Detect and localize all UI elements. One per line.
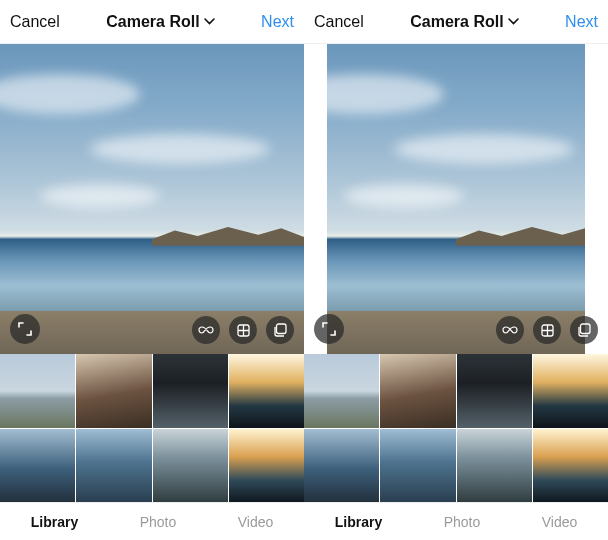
album-title: Camera Roll xyxy=(410,13,503,31)
bottom-tabs: Library Photo Video xyxy=(304,502,608,540)
crop-preview[interactable] xyxy=(0,44,304,354)
crop-preview[interactable] xyxy=(304,44,608,354)
thumbnail[interactable] xyxy=(153,429,228,503)
boomerang-button[interactable] xyxy=(496,316,524,344)
chevron-down-icon xyxy=(508,18,519,25)
thumbnail[interactable] xyxy=(0,354,75,428)
chevron-down-icon xyxy=(204,18,215,25)
cancel-button[interactable]: Cancel xyxy=(10,13,60,31)
thumbnail[interactable] xyxy=(76,354,151,428)
preview-overlay xyxy=(304,304,608,354)
next-button[interactable]: Next xyxy=(565,13,598,31)
thumbnail[interactable] xyxy=(457,354,532,428)
cancel-button[interactable]: Cancel xyxy=(314,13,364,31)
tab-photo[interactable]: Photo xyxy=(140,514,177,530)
picker-pane-left: Cancel Camera Roll Next xyxy=(0,0,304,540)
preview-overlay xyxy=(0,304,304,354)
picker-pane-right: Cancel Camera Roll Next xyxy=(304,0,608,540)
thumbnail-grid xyxy=(0,354,304,502)
thumbnail[interactable] xyxy=(0,429,75,503)
multi-select-button[interactable] xyxy=(266,316,294,344)
album-selector[interactable]: Camera Roll xyxy=(410,13,518,31)
thumbnail[interactable] xyxy=(229,429,304,503)
tab-photo[interactable]: Photo xyxy=(444,514,481,530)
thumbnail[interactable] xyxy=(533,354,608,428)
header-bar: Cancel Camera Roll Next xyxy=(0,0,304,44)
next-button[interactable]: Next xyxy=(261,13,294,31)
tab-library[interactable]: Library xyxy=(31,514,78,530)
thumbnail[interactable] xyxy=(304,354,379,428)
album-title: Camera Roll xyxy=(106,13,199,31)
header-bar: Cancel Camera Roll Next xyxy=(304,0,608,44)
svg-rect-3 xyxy=(581,324,591,334)
layout-button[interactable] xyxy=(229,316,257,344)
thumbnail-grid xyxy=(304,354,608,502)
thumbnail[interactable] xyxy=(76,429,151,503)
thumbnail[interactable] xyxy=(380,354,455,428)
thumbnail[interactable] xyxy=(229,354,304,428)
expand-crop-button[interactable] xyxy=(314,314,344,344)
thumbnail[interactable] xyxy=(380,429,455,503)
thumbnail[interactable] xyxy=(304,429,379,503)
tab-video[interactable]: Video xyxy=(542,514,578,530)
expand-crop-button[interactable] xyxy=(10,314,40,344)
thumbnail[interactable] xyxy=(457,429,532,503)
multi-select-button[interactable] xyxy=(570,316,598,344)
boomerang-button[interactable] xyxy=(192,316,220,344)
thumbnail[interactable] xyxy=(153,354,228,428)
tab-library[interactable]: Library xyxy=(335,514,382,530)
bottom-tabs: Library Photo Video xyxy=(0,502,304,540)
svg-rect-1 xyxy=(277,324,287,334)
album-selector[interactable]: Camera Roll xyxy=(106,13,214,31)
tab-video[interactable]: Video xyxy=(238,514,274,530)
layout-button[interactable] xyxy=(533,316,561,344)
thumbnail[interactable] xyxy=(533,429,608,503)
